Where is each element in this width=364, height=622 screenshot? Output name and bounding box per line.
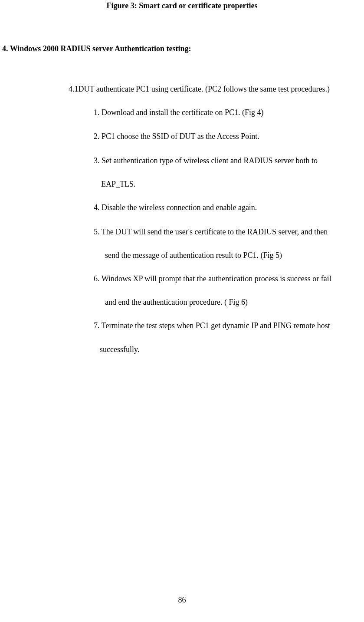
step-6: 6. Windows XP will prompt that the authe… (94, 274, 364, 284)
step-3: 3. Set authentication type of wireless c… (94, 156, 364, 166)
page-number: 86 (0, 596, 364, 605)
figure-caption: Figure 3: Smart card or certificate prop… (0, 1, 364, 10)
step-4: 4. Disable the wireless connection and e… (94, 203, 364, 213)
step-5-cont: send the message of authentication resul… (105, 251, 364, 260)
step-7: 7. Terminate the test steps when PC1 get… (94, 321, 364, 331)
intro-text: 4.1DUT authenticate PC1 using certificat… (69, 85, 364, 94)
step-6-cont: and end the authentication procedure. ( … (105, 298, 364, 307)
step-1: 1. Download and install the certificate … (94, 108, 364, 118)
step-7-cont: successfully. (100, 345, 364, 354)
step-2: 2. PC1 choose the SSID of DUT as the Acc… (94, 132, 364, 142)
content-block: 4.1DUT authenticate PC1 using certificat… (69, 85, 364, 354)
section-heading: 4. Windows 2000 RADIUS server Authentica… (2, 44, 364, 53)
step-3-cont: EAP_TLS. (101, 180, 364, 189)
step-5: 5. The DUT will send the user's certific… (94, 227, 364, 237)
